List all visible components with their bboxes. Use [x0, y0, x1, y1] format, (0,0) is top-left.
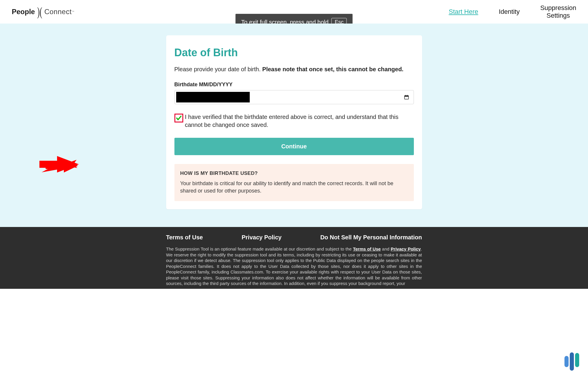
svg-marker-1: [46, 159, 78, 173]
info-box: HOW IS MY BIRTHDATE USED? Your birthdate…: [174, 164, 414, 201]
logo-tm: ™: [72, 10, 74, 13]
svg-marker-2: [39, 156, 79, 173]
nav-start-here[interactable]: Start Here: [449, 8, 478, 16]
info-box-title: HOW IS MY BIRTHDATE USED?: [180, 170, 408, 176]
disclaimer-terms-link[interactable]: Terms of Use: [353, 246, 381, 251]
card-description: Please provide your date of birth. Pleas…: [174, 66, 414, 73]
footer-disclaimer: The Suppression Tool is an optional feat…: [166, 246, 422, 286]
footer-dns-link[interactable]: Do Not Sell My Personal Information: [320, 234, 422, 241]
logo-mark-icon: )(: [37, 5, 42, 19]
verify-checkbox[interactable]: [174, 114, 183, 122]
svg-rect-5: [405, 95, 406, 96]
check-icon: [176, 115, 182, 121]
disclaimer-p1: The Suppression Tool is an optional feat…: [166, 246, 353, 251]
annotation-arrow-icon: [38, 156, 79, 177]
nav-suppression-settings[interactable]: Suppression Settings: [540, 4, 576, 20]
main-area: Date of Birth Please provide your date o…: [0, 24, 588, 227]
calendar-icon[interactable]: [404, 95, 409, 100]
card-title: Date of Birth: [174, 47, 414, 59]
birthdate-label: Birthdate MM/DD/YYYY: [174, 82, 414, 88]
disclaimer-privacy-link[interactable]: Privacy Policy: [391, 246, 421, 251]
disclaimer-and: and: [381, 246, 391, 251]
disclaimer-p2: . We reserve the right to modify the sup…: [166, 246, 422, 286]
top-nav: Start Here Identity Suppression Settings: [449, 4, 576, 20]
logo[interactable]: People )( Connect ™: [12, 5, 74, 19]
card-desc-bold: Please note that once set, this cannot b…: [262, 66, 404, 72]
logo-text-connect: Connect: [44, 8, 72, 16]
nav-identity[interactable]: Identity: [499, 8, 520, 16]
verify-checkbox-label: I have verified that the birthdate enter…: [185, 113, 414, 129]
footer-links: Terms of Use Privacy Policy Do Not Sell …: [166, 234, 422, 241]
footer-terms-link[interactable]: Terms of Use: [166, 234, 203, 241]
continue-button[interactable]: Continue: [174, 138, 414, 155]
birthdate-input-wrap: [174, 90, 414, 104]
info-box-text: Your birthdate is critical for our abili…: [180, 180, 408, 195]
card-desc-plain: Please provide your date of birth.: [174, 66, 262, 72]
logo-text-people: People: [12, 8, 35, 16]
red-arrow-annotation: [39, 154, 81, 175]
svg-rect-6: [407, 95, 408, 96]
nav-suppression-l2: Settings: [547, 12, 570, 19]
svg-marker-0: [41, 160, 77, 173]
nav-suppression-l1: Suppression: [540, 4, 576, 12]
footer-privacy-link[interactable]: Privacy Policy: [241, 234, 281, 241]
redaction-block: [176, 92, 250, 102]
svg-rect-4: [404, 96, 409, 97]
dob-card: Date of Birth Please provide your date o…: [166, 35, 422, 209]
footer: Terms of Use Privacy Policy Do Not Sell …: [0, 227, 588, 289]
verify-checkbox-row: I have verified that the birthdate enter…: [174, 113, 414, 129]
